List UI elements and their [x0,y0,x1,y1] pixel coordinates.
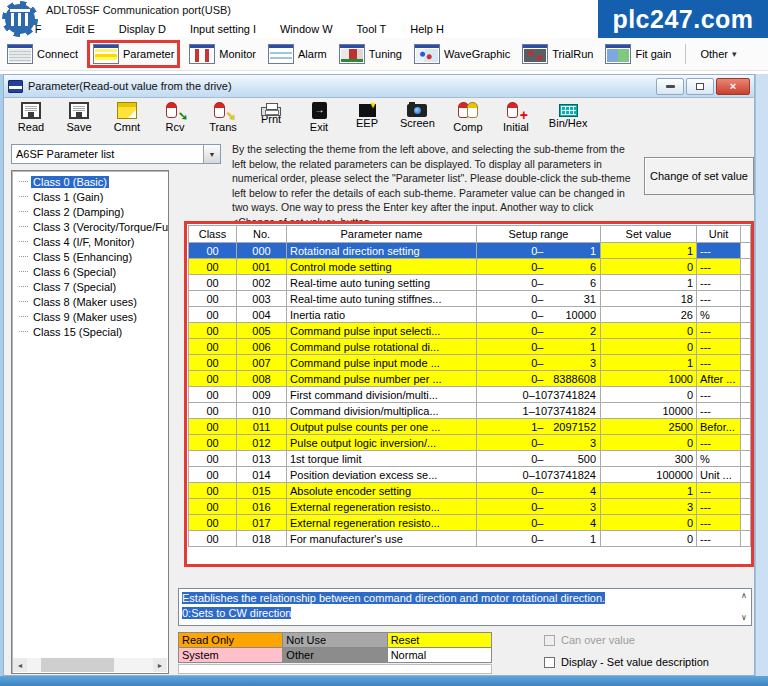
change-of-set-value-button[interactable]: Change of set value [644,157,754,195]
cell-parameter-name[interactable]: Output pulse counts per one ... [287,419,477,435]
other-button[interactable]: Other▾ [697,47,739,61]
cell-set-value[interactable]: 1000 [601,371,697,387]
tree-item-class-2-damping[interactable]: Class 2 (Damping) [15,204,168,219]
table-row[interactable]: 00007Command pulse input mode ...0–31--- [189,355,751,371]
cell-no[interactable]: 006 [237,339,287,355]
cell-set-value[interactable]: 100000 [601,467,697,483]
cell-no[interactable]: 013 [237,451,287,467]
cell-set-value[interactable]: 0 [601,531,697,547]
cell-parameter-name[interactable]: For manufacturer's use [287,531,477,547]
cell-set-value[interactable]: 1 [601,243,697,259]
cell-setup-range[interactable]: 1–2097152 [477,419,601,435]
checkbox-box-icon[interactable] [544,657,555,668]
cell-setup-range[interactable]: 0–31 [477,291,601,307]
cell-class[interactable]: 00 [189,339,237,355]
cell-no[interactable]: 009 [237,387,287,403]
table-row[interactable]: 00011Output pulse counts per one ...1–20… [189,419,751,435]
cell-no[interactable]: 004 [237,307,287,323]
cell-set-value[interactable]: 26 [601,307,697,323]
cell-setup-range[interactable]: 0–8388608 [477,371,601,387]
cell-no[interactable]: 007 [237,355,287,371]
cell-setup-range[interactable]: 0–4 [477,483,601,499]
cell-parameter-name[interactable]: External regeneration resisto... [287,499,477,515]
cell-unit[interactable]: --- [697,499,741,515]
cell-class[interactable]: 00 [189,307,237,323]
tree-item-class-3-verocity-torque-fu[interactable]: Class 3 (Verocity/Torque/Fu [15,219,168,234]
cell-class[interactable]: 00 [189,243,237,259]
cell-set-value[interactable]: 0 [601,339,697,355]
cmnt-button[interactable]: Cmnt [112,102,142,133]
cell-no[interactable]: 016 [237,499,287,515]
cell-setup-range[interactable]: 0–10000 [477,307,601,323]
cell-unit[interactable]: Unit ... [697,467,741,483]
cell-set-value[interactable]: 0 [601,515,697,531]
cell-no[interactable]: 002 [237,275,287,291]
cell-class[interactable]: 00 [189,387,237,403]
table-row[interactable]: 00002Real-time auto tuning setting0–61--… [189,275,751,291]
cell-unit[interactable]: --- [697,515,741,531]
cell-parameter-name[interactable]: Command pulse input mode ... [287,355,477,371]
table-row[interactable]: 00008Command pulse number per ...0–83886… [189,371,751,387]
cell-set-value[interactable]: 1 [601,355,697,371]
cell-unit[interactable]: --- [697,403,741,419]
cell-class[interactable]: 00 [189,483,237,499]
table-row[interactable]: 00004Inertia ratio0–1000026% [189,307,751,323]
cell-class[interactable]: 00 [189,467,237,483]
cell-setup-range[interactable]: 0–1 [477,531,601,547]
tree-scroll-track[interactable] [27,658,153,672]
table-row[interactable]: 00012Pulse output logic inversion/...0–3… [189,435,751,451]
cell-unit[interactable]: --- [697,531,741,547]
cell-parameter-name[interactable]: Command division/multiplica... [287,403,477,419]
cell-setup-range[interactable]: 0–6 [477,259,601,275]
cell-class[interactable]: 00 [189,323,237,339]
scroll-left-arrow-icon[interactable]: ◄ [13,658,27,672]
close-button[interactable]: × [716,78,750,95]
scroll-down-arrow-icon[interactable]: ∨ [739,614,749,622]
minimize-button[interactable] [656,78,684,95]
menu-item-tool-t[interactable]: Tool T [357,23,387,35]
cell-class[interactable]: 00 [189,435,237,451]
cell-parameter-name[interactable]: First command division/multi... [287,387,477,403]
table-row[interactable]: 00016External regeneration resisto...0–3… [189,499,751,515]
cell-parameter-name[interactable]: Command pulse number per ... [287,371,477,387]
cell-set-value[interactable]: 0 [601,323,697,339]
cell-parameter-name[interactable]: Position deviation excess se... [287,467,477,483]
cell-class[interactable]: 00 [189,355,237,371]
cell-unit[interactable]: After ... [697,371,741,387]
cell-setup-range[interactable]: 0–1073741824 [477,467,601,483]
wavegraphic-button[interactable]: WaveGraphic [411,43,513,65]
cell-parameter-name[interactable]: Control mode setting [287,259,477,275]
tree-item-class-8-maker-uses[interactable]: Class 8 (Maker uses) [15,294,168,309]
tree-horizontal-scrollbar[interactable]: ◄ ► [13,658,167,672]
cell-setup-range[interactable]: 0–3 [477,355,601,371]
cell-class[interactable]: 00 [189,259,237,275]
menu-item-input-setting-i[interactable]: Input setting I [190,23,256,35]
tree-item-class-7-special[interactable]: Class 7 (Special) [15,279,168,294]
tree-item-class-4-i-f-monitor[interactable]: Class 4 (I/F, Monitor) [15,234,168,249]
table-row[interactable]: 00014Position deviation excess se...0–10… [189,467,751,483]
tuning-button[interactable]: Tuning [336,43,405,65]
table-row[interactable]: 00018For manufacturer's use0–10--- [189,531,751,547]
cell-parameter-name[interactable]: External regeneration resisto... [287,515,477,531]
cell-unit[interactable]: --- [697,323,741,339]
table-row[interactable]: 00015Absolute encoder setting0–41--- [189,483,751,499]
cell-set-value[interactable]: 18 [601,291,697,307]
table-row[interactable]: 00017External regeneration resisto...0–4… [189,515,751,531]
cell-set-value[interactable]: 0 [601,259,697,275]
cell-setup-range[interactable]: 0–2 [477,323,601,339]
cell-unit[interactable]: % [697,451,741,467]
cell-setup-range[interactable]: 0–4 [477,515,601,531]
cell-class[interactable]: 00 [189,291,237,307]
alarm-button[interactable]: Alarm [265,43,330,65]
cell-set-value[interactable]: 0 [601,387,697,403]
cell-class[interactable]: 00 [189,499,237,515]
cell-parameter-name[interactable]: Absolute encoder setting [287,483,477,499]
tree-item-class-6-special[interactable]: Class 6 (Special) [15,264,168,279]
cell-unit[interactable]: --- [697,355,741,371]
menu-item-help-h[interactable]: Help H [410,23,444,35]
cell-unit[interactable]: % [697,307,741,323]
cell-parameter-name[interactable]: 1st torque limit [287,451,477,467]
cell-no[interactable]: 017 [237,515,287,531]
cell-setup-range[interactable]: 1–1073741824 [477,403,601,419]
cell-set-value[interactable]: 0 [601,435,697,451]
